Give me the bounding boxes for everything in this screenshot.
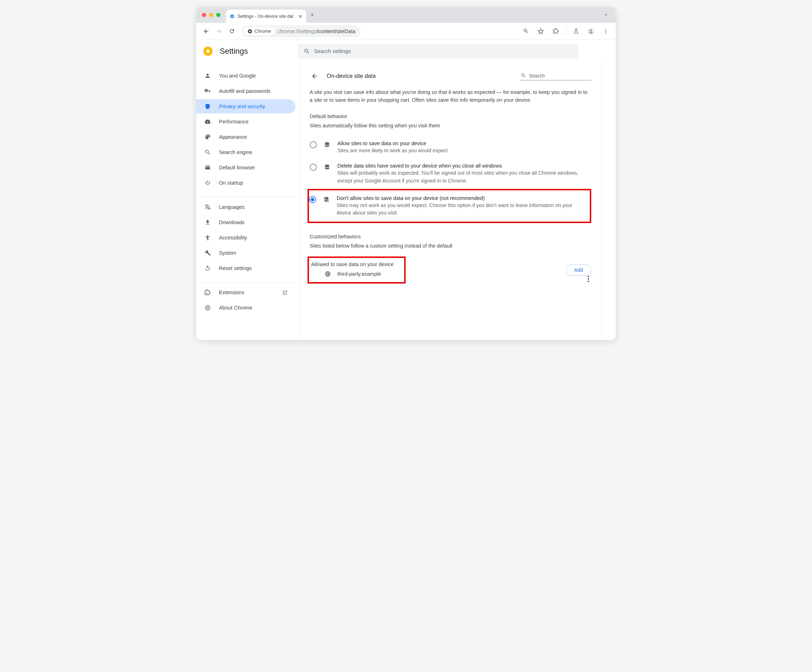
external-link-icon xyxy=(282,290,288,295)
highlight-box: Don't allow sites to save data on your d… xyxy=(307,189,591,223)
sidebar-item-autofill[interactable]: Autofill and passwords xyxy=(196,84,295,98)
site-chip[interactable]: Chrome xyxy=(244,27,275,35)
sidebar-label: Performance xyxy=(219,119,249,125)
wrench-icon xyxy=(204,250,211,256)
labs-button[interactable] xyxy=(571,26,581,36)
search-settings-input[interactable]: Search settings xyxy=(298,44,579,59)
window-controls xyxy=(202,7,220,23)
sidebar-item-downloads[interactable]: Downloads xyxy=(196,215,295,229)
puzzle-icon xyxy=(204,289,211,296)
menu-button[interactable] xyxy=(601,26,611,36)
svg-point-10 xyxy=(325,165,329,166)
sidebar-item-extensions[interactable]: Extensions xyxy=(196,285,295,299)
sidebar-item-system[interactable]: System xyxy=(196,246,295,260)
option-dont-allow[interactable]: Don't allow sites to save data on your d… xyxy=(309,191,588,221)
option-title: Delete data sites have saved to your dev… xyxy=(338,163,591,169)
reload-button[interactable] xyxy=(227,26,237,36)
chip-label: Chrome xyxy=(254,29,271,34)
allowed-site-row[interactable]: third-party.example xyxy=(309,267,394,279)
browser-icon xyxy=(204,164,211,171)
option-desc: Sites may not work as you would expect. … xyxy=(337,202,588,217)
sidebar: You and Google Autofill and passwords Pr… xyxy=(196,63,299,340)
person-icon xyxy=(587,28,594,35)
close-tab-button[interactable]: ✕ xyxy=(298,14,302,19)
svg-point-9 xyxy=(325,142,329,144)
new-tab-button[interactable]: + xyxy=(306,7,319,23)
zoom-button[interactable] xyxy=(521,26,531,36)
sidebar-label: Privacy and security xyxy=(219,104,265,109)
tabs-dropdown-button[interactable] xyxy=(600,7,612,23)
sidebar-item-reset[interactable]: Reset settings xyxy=(196,261,295,275)
sidebar-item-performance[interactable]: Performance xyxy=(196,115,295,129)
bookmark-button[interactable] xyxy=(536,26,546,36)
download-icon xyxy=(204,219,211,226)
sidebar-item-default-browser[interactable]: Default browser xyxy=(196,161,295,174)
minimize-window-button[interactable] xyxy=(209,13,213,17)
option-text: Don't allow sites to save data on your d… xyxy=(337,195,588,217)
sidebar-label: Search engine xyxy=(219,149,252,155)
svg-point-3 xyxy=(590,29,592,31)
omnibox[interactable]: Chrome chrome://settings/content/siteDat… xyxy=(242,25,360,38)
reset-icon xyxy=(204,265,211,272)
star-icon xyxy=(537,28,544,34)
database-icon xyxy=(323,142,331,148)
sidebar-label: Default browser xyxy=(219,165,255,170)
search-icon xyxy=(204,149,211,156)
sidebar-label: You and Google xyxy=(219,73,256,79)
close-window-button[interactable] xyxy=(202,13,206,17)
page-search-label: Search xyxy=(529,73,545,79)
svg-point-1 xyxy=(249,30,251,32)
sidebar-item-accessibility[interactable]: Accessibility xyxy=(196,231,295,245)
speedometer-icon xyxy=(204,118,211,125)
chrome-icon xyxy=(247,29,252,34)
forward-button[interactable] xyxy=(214,26,224,36)
radio-button[interactable] xyxy=(310,141,317,148)
toolbar-divider xyxy=(566,28,566,35)
sidebar-label: Appearance xyxy=(219,134,247,140)
titlebar: Settings - On-device site dat ✕ + xyxy=(196,7,616,23)
default-behavior-title: Default behavior xyxy=(310,113,591,119)
svg-point-5 xyxy=(606,31,607,32)
sidebar-item-privacy[interactable]: Privacy and security xyxy=(196,99,295,113)
page-back-button[interactable] xyxy=(310,71,320,81)
arrow-left-icon xyxy=(311,73,318,80)
accessibility-icon xyxy=(204,234,211,241)
sidebar-item-about[interactable]: About Chrome xyxy=(196,301,295,315)
browser-tab[interactable]: Settings - On-device site dat ✕ xyxy=(226,10,306,23)
sidebar-label: System xyxy=(219,250,236,256)
sidebar-item-languages[interactable]: Languages xyxy=(196,200,295,214)
option-text: Allow sites to save data on your device … xyxy=(338,140,448,154)
option-delete-on-close[interactable]: Delete data sites have saved to your dev… xyxy=(310,159,591,189)
maximize-window-button[interactable] xyxy=(216,13,220,17)
page-header: On-device site data Search xyxy=(310,71,591,81)
sidebar-item-search-engine[interactable]: Search engine xyxy=(196,145,295,159)
option-allow[interactable]: Allow sites to save data on your device … xyxy=(310,136,591,159)
toolbar: Chrome chrome://settings/content/siteDat… xyxy=(196,23,616,40)
power-icon xyxy=(204,180,211,186)
search-placeholder: Search settings xyxy=(314,48,351,54)
page-search-input[interactable]: Search xyxy=(520,72,591,80)
radio-button[interactable] xyxy=(310,164,317,171)
sidebar-item-appearance[interactable]: Appearance xyxy=(196,130,295,144)
sidebar-label: Autofill and passwords xyxy=(219,88,271,94)
back-button[interactable] xyxy=(201,26,211,36)
default-behavior-subtitle: Sites automatically follow this setting … xyxy=(310,123,591,128)
radio-button-selected[interactable] xyxy=(309,196,316,203)
custom-section: Customized behaviors Sites listed below … xyxy=(310,234,591,284)
translate-icon xyxy=(204,204,211,210)
option-desc: Sites are more likely to work as you wou… xyxy=(338,147,448,154)
zoom-icon xyxy=(523,28,529,34)
sidebar-item-you-and-google[interactable]: You and Google xyxy=(196,68,295,83)
arrow-right-icon xyxy=(216,28,222,34)
search-icon xyxy=(521,73,526,78)
site-menu-button[interactable] xyxy=(585,274,591,284)
settings-header: Settings Search settings xyxy=(196,40,616,63)
extensions-button[interactable] xyxy=(551,26,561,36)
database-icon xyxy=(323,164,331,170)
sidebar-label: On startup xyxy=(219,180,243,186)
profile-button[interactable] xyxy=(586,26,596,36)
sidebar-item-on-startup[interactable]: On startup xyxy=(196,176,295,190)
database-off-icon xyxy=(322,197,330,203)
arrow-left-icon xyxy=(203,28,210,34)
intro-text: A site you visit can save info about wha… xyxy=(310,88,591,104)
